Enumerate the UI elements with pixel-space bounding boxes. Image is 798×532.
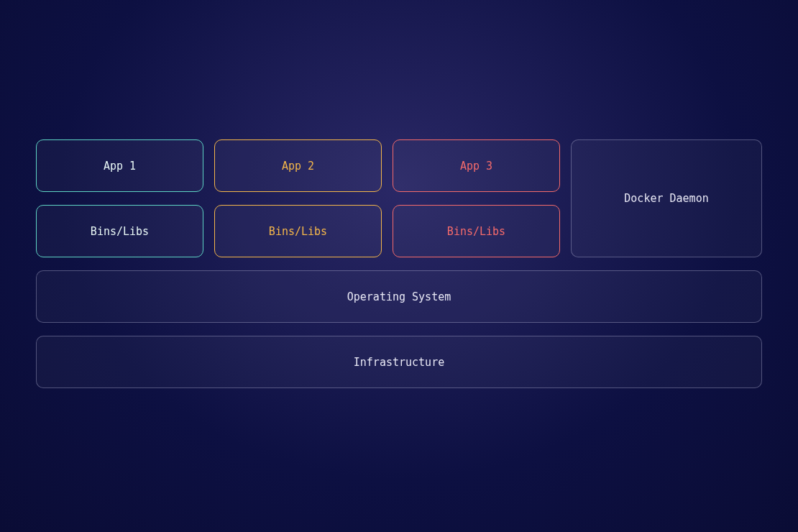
operating-system-layer: Operating System [36,270,762,323]
architecture-diagram: App 1 Bins/Libs App 2 Bins/Libs App 3 [36,139,762,388]
app-label: App 2 [282,160,314,173]
containers-and-daemon-row: App 1 Bins/Libs App 2 Bins/Libs App 3 [36,139,762,257]
container-column-2: App 2 Bins/Libs [214,139,382,257]
libs-box-2: Bins/Libs [214,205,382,257]
libs-box-3: Bins/Libs [393,205,560,257]
containers-group: App 1 Bins/Libs App 2 Bins/Libs App 3 [36,139,560,257]
libs-label: Bins/Libs [91,225,149,238]
app-box-3: App 3 [393,139,560,192]
libs-label: Bins/Libs [447,225,505,238]
os-label: Operating System [347,290,451,303]
libs-box-1: Bins/Libs [36,205,203,257]
app-box-2: App 2 [214,139,382,192]
app-label: App 3 [460,160,492,173]
infrastructure-layer: Infrastructure [36,336,762,388]
app-box-1: App 1 [36,139,203,192]
container-column-1: App 1 Bins/Libs [36,139,203,257]
docker-daemon-box: Docker Daemon [571,139,762,257]
infra-label: Infrastructure [354,356,444,369]
daemon-label: Docker Daemon [624,192,708,205]
libs-label: Bins/Libs [269,225,327,238]
container-column-3: App 3 Bins/Libs [393,139,560,257]
app-label: App 1 [104,160,136,173]
